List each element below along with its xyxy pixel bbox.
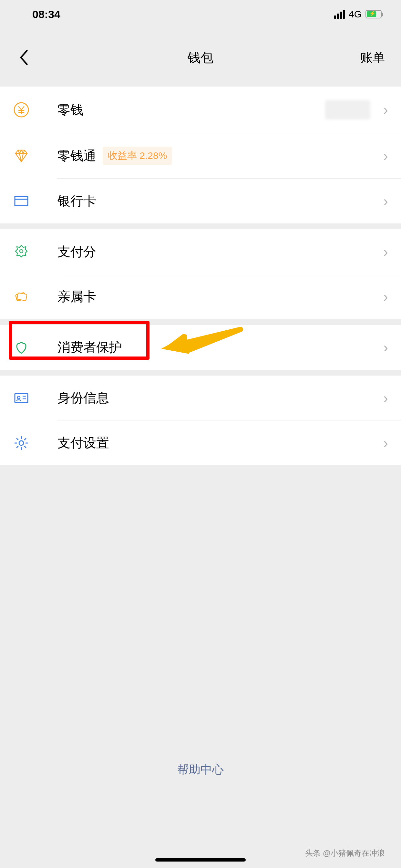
svg-point-3	[20, 250, 23, 253]
row-payment-settings[interactable]: 支付设置 ›	[0, 421, 401, 465]
yen-circle-icon	[13, 101, 30, 118]
badge-star-icon	[13, 244, 30, 260]
footer-attribution: 头条 @小猪佩奇在冲浪	[305, 848, 385, 858]
row-consumer-protection[interactable]: 消费者保护 ›	[0, 325, 401, 370]
row-identity-info[interactable]: 身份信息 ›	[0, 376, 401, 421]
card-icon	[13, 193, 30, 210]
chevron-right-icon: ›	[383, 102, 388, 118]
cards-stack-icon	[13, 288, 30, 305]
row-label: 支付分	[58, 243, 96, 260]
id-card-icon	[13, 390, 30, 407]
row-money-fund[interactable]: 零钱通 收益率 2.28% ›	[0, 133, 401, 179]
chevron-left-icon	[19, 50, 28, 65]
hands-shield-icon	[13, 339, 30, 356]
menu-group-2: 支付分 › 亲属卡 ›	[0, 229, 401, 319]
menu-group-3: 消费者保护 ›	[0, 325, 401, 370]
menu-group-4: 身份信息 › 支付设置 ›	[0, 376, 401, 465]
svg-rect-1	[15, 197, 28, 206]
home-indicator[interactable]	[155, 858, 246, 862]
chevron-right-icon: ›	[383, 244, 388, 260]
chevron-right-icon: ›	[383, 289, 388, 305]
menu-group-1: 零钱 › 零钱通 收益率 2.28% › 银行卡 ›	[0, 87, 401, 223]
cellular-signal-icon	[334, 10, 345, 19]
gear-icon	[13, 435, 30, 452]
row-label: 支付设置	[58, 434, 109, 452]
chevron-right-icon: ›	[383, 435, 388, 451]
bills-button[interactable]: 账单	[357, 46, 388, 69]
yield-badge: 收益率 2.28%	[103, 147, 172, 165]
svg-marker-6	[161, 335, 189, 354]
svg-point-11	[19, 441, 24, 445]
row-label: 银行卡	[58, 192, 96, 210]
chevron-right-icon: ›	[383, 339, 388, 355]
svg-point-8	[18, 396, 20, 399]
row-label: 零钱通	[58, 147, 96, 165]
svg-rect-5	[17, 292, 27, 301]
arrow-annotation-icon	[161, 327, 245, 359]
battery-icon	[366, 10, 382, 19]
svg-rect-7	[15, 394, 28, 403]
page-title: 钱包	[188, 49, 213, 66]
row-balance[interactable]: 零钱 ›	[0, 87, 401, 133]
row-family-card[interactable]: 亲属卡 ›	[0, 274, 401, 319]
status-time: 08:34	[32, 8, 60, 21]
row-label: 消费者保护	[58, 338, 122, 356]
row-label: 亲属卡	[58, 288, 96, 306]
navigation-bar: 钱包 账单	[0, 28, 401, 87]
balance-value-blurred	[325, 100, 370, 120]
help-center-link[interactable]: 帮助中心	[0, 762, 401, 778]
row-label: 零钱	[58, 101, 83, 119]
status-right: 4G	[334, 9, 382, 20]
row-bank-cards[interactable]: 银行卡 ›	[0, 179, 401, 223]
chevron-right-icon: ›	[383, 193, 388, 209]
chevron-right-icon: ›	[383, 148, 388, 164]
network-type: 4G	[349, 9, 362, 20]
status-bar: 08:34 4G	[0, 0, 401, 28]
diamond-icon	[13, 148, 30, 164]
back-button[interactable]	[13, 46, 35, 68]
row-pay-score[interactable]: 支付分 ›	[0, 229, 401, 274]
chevron-right-icon: ›	[383, 390, 388, 406]
row-label: 身份信息	[58, 389, 109, 407]
